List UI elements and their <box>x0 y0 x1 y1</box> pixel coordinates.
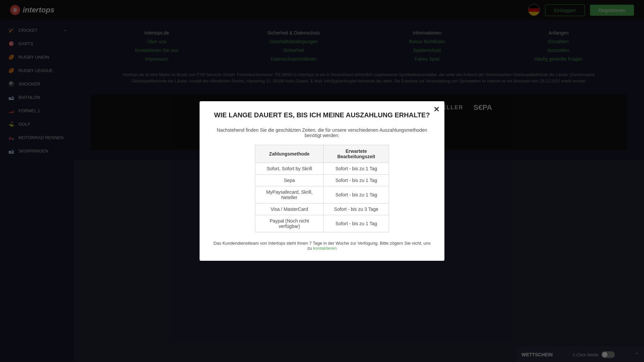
modal: ✕ WIE LANGE DAUERT ES, BIS ICH MEINE AUS… <box>200 101 444 261</box>
table-row: Paypal (Noch nicht verfügbar)Sofort - bi… <box>255 215 389 232</box>
table-cell-method: Sepa <box>255 175 324 186</box>
table-header-method: Zahlungsmethode <box>255 145 324 163</box>
table-cell-method: Visa / MasterCard <box>255 203 324 215</box>
table-cell-method: Paypal (Noch nicht verfügbar) <box>255 215 324 232</box>
table-cell-time: Sofort - bis zu 1 Tag <box>324 175 389 186</box>
table-row: SepaSofort - bis zu 1 Tag <box>255 175 389 186</box>
table-cell-time: Sofort - bis zu 1 Tag <box>324 186 389 203</box>
modal-footer-text: Das Kundendienstteam von Intertops steht… <box>213 241 431 251</box>
table-cell-method: Sofort, Sofort by Skrill <box>255 163 324 175</box>
table-cell-time: Sofort - bis zu 1 Tag <box>324 215 389 232</box>
modal-title: WIE LANGE DAUERT ES, BIS ICH MEINE AUSZA… <box>213 111 431 119</box>
table-header-time: Erwartete Bearbeitungszeit <box>324 145 389 163</box>
modal-close-button[interactable]: ✕ <box>433 105 439 114</box>
table-cell-time: Sofort - bis zu 3 Tage <box>324 203 389 215</box>
table-row: MyPaysafecard, Skrill, NetellerSofort - … <box>255 186 389 203</box>
payment-methods-table: Zahlungsmethode Erwartete Bearbeitungsze… <box>255 145 389 232</box>
modal-intro: Nachstehend finden Sie die geschätzten Z… <box>213 127 431 138</box>
table-cell-time: Sofort - bis zu 1 Tag <box>324 163 389 175</box>
table-cell-method: MyPaysafecard, Skrill, Neteller <box>255 186 324 203</box>
modal-footer-link[interactable]: kontaktieren <box>313 246 337 251</box>
table-row: Visa / MasterCardSofort - bis zu 3 Tage <box>255 203 389 215</box>
table-row: Sofort, Sofort by SkrillSofort - bis zu … <box>255 163 389 175</box>
modal-overlay: ✕ WIE LANGE DAUERT ES, BIS ICH MEINE AUS… <box>0 0 644 362</box>
